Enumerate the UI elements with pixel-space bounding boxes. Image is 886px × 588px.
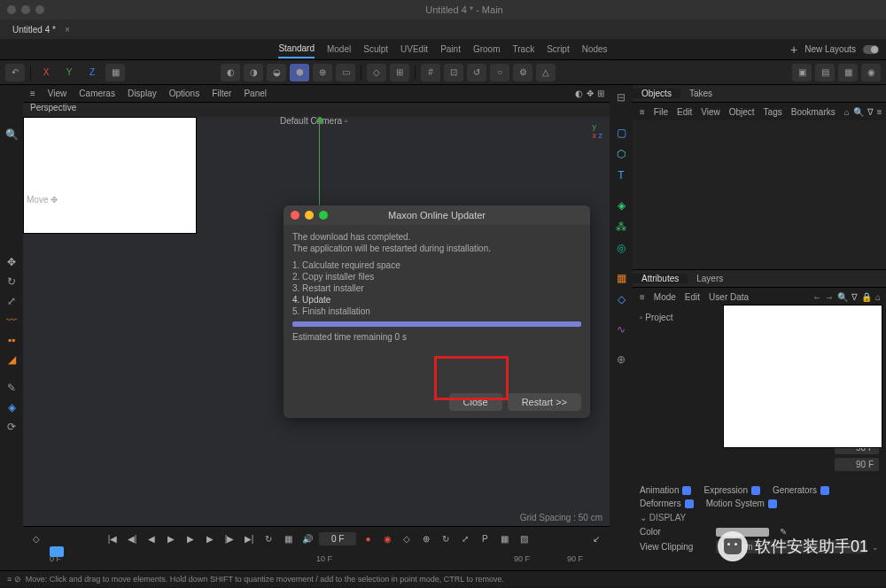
traffic-max[interactable] — [35, 5, 44, 14]
check-generators[interactable] — [820, 486, 829, 495]
tl-collapse-icon[interactable]: ↙ — [588, 530, 604, 546]
volume-icon[interactable]: ∿ — [612, 321, 630, 338]
timeline-ruler[interactable]: 0 F 10 F 90 F 90 F — [23, 550, 610, 568]
field-icon[interactable]: ◎ — [612, 239, 630, 257]
view-menu-view[interactable]: View — [48, 89, 67, 98]
tag-icon[interactable]: ◇ — [612, 290, 630, 308]
tl-play-icon[interactable]: ▶ — [183, 530, 198, 546]
tool-grid-icon[interactable]: # — [421, 64, 440, 81]
objects-object[interactable]: Object — [729, 107, 755, 117]
view-nav-icon[interactable]: ◐ — [575, 89, 583, 98]
tool-icon[interactable]: ⟳ — [3, 418, 20, 436]
tool-icon[interactable]: ◇ — [367, 64, 386, 81]
check-deformers[interactable] — [685, 499, 694, 508]
tl-key-icon[interactable]: ◇ — [399, 530, 415, 546]
tl-icon[interactable]: ▦ — [496, 530, 512, 546]
tab-layers[interactable]: Layers — [688, 274, 732, 283]
tool-icon[interactable]: ◒ — [267, 64, 286, 81]
layout-paint[interactable]: Paint — [440, 44, 461, 54]
spline-tool-icon[interactable]: 〰 — [3, 312, 20, 329]
tool-icon[interactable]: ⊕ — [313, 64, 332, 81]
search-icon[interactable]: 🔍 — [853, 107, 864, 117]
tool-icon[interactable]: ▭ — [336, 64, 355, 81]
lock-icon[interactable]: 🔒 — [861, 292, 872, 302]
restart-button[interactable]: Restart >> — [508, 393, 581, 411]
render-icon[interactable]: ▣ — [792, 64, 812, 81]
axis-gizmo[interactable]: y x z — [592, 122, 602, 140]
deformer-icon[interactable]: ▦ — [612, 269, 630, 287]
parametric-icon[interactable]: ⬡ — [612, 145, 630, 163]
check-motion-system[interactable] — [768, 499, 777, 508]
view-menu-cameras[interactable]: Cameras — [79, 89, 115, 98]
tool-icon[interactable]: ◐ — [221, 64, 240, 81]
asset-browser-icon[interactable]: ⊕ — [612, 351, 630, 368]
traffic-close[interactable] — [7, 5, 16, 14]
attr-mode[interactable]: Mode — [654, 292, 676, 302]
objects-edit[interactable]: Edit — [677, 107, 692, 117]
home-icon[interactable]: ⌂ — [875, 292, 881, 302]
tl-rot-icon[interactable]: ↻ — [438, 530, 454, 546]
tool-gear-icon[interactable]: ⚙ — [513, 64, 532, 81]
objects-file[interactable]: File — [654, 107, 668, 117]
sculpt-tool-icon[interactable]: ◢ — [3, 351, 20, 368]
tab-attributes[interactable]: Attributes — [633, 274, 688, 283]
render-picture-icon[interactable]: ▦ — [838, 64, 858, 81]
render-viewer-icon[interactable]: ◉ — [861, 64, 881, 81]
tool-icon[interactable]: ↺ — [467, 64, 486, 81]
cube-primitive-icon[interactable]: ▢ — [612, 124, 630, 142]
layout-uvedit[interactable]: UVEdit — [400, 44, 428, 54]
hamburger-icon[interactable]: ≡ — [30, 89, 35, 98]
scale-tool-icon[interactable]: ⤢ — [3, 292, 20, 310]
filter-icon[interactable]: ∇ — [851, 292, 858, 302]
text-icon[interactable]: T — [612, 166, 630, 184]
back-icon[interactable]: ← — [812, 292, 821, 302]
tl-sound-icon[interactable]: 🔊 — [299, 530, 315, 546]
rotate-tool-icon[interactable]: ↻ — [3, 273, 20, 290]
paint-tool-icon[interactable]: ✎ — [3, 379, 20, 397]
cloner-icon[interactable]: ⁂ — [612, 218, 630, 236]
view-nav-icon[interactable]: ✥ — [587, 89, 594, 98]
layout-groom[interactable]: Groom — [473, 44, 501, 54]
view-menu-panel[interactable]: Panel — [244, 89, 267, 98]
view-menu-options[interactable]: Options — [169, 89, 199, 98]
doc-tab-untitled[interactable]: Untitled 4 * — [12, 25, 65, 35]
tl-pos-icon[interactable]: ⊕ — [418, 530, 434, 546]
traffic-min[interactable] — [21, 5, 30, 14]
tl-icon[interactable]: ◇ — [28, 530, 44, 546]
view-nav-icon[interactable]: ⊞ — [597, 89, 604, 98]
tool-icon[interactable]: ○ — [490, 64, 509, 81]
tl-record-icon[interactable]: ● — [360, 530, 376, 546]
tl-loop-icon[interactable]: ↻ — [260, 530, 276, 546]
new-layouts-label[interactable]: New Layouts — [804, 44, 856, 54]
tl-param-icon[interactable]: P — [477, 530, 493, 546]
home-icon[interactable]: ⌂ — [844, 107, 850, 117]
tl-next-frame-icon[interactable]: ▶ — [202, 530, 218, 546]
val-90f2[interactable]: 90 F — [835, 458, 879, 471]
tool-icon[interactable]: ◑ — [244, 64, 263, 81]
layout-standard[interactable]: Standard — [278, 43, 315, 58]
tool-icon[interactable]: △ — [536, 64, 556, 81]
menu-icon[interactable]: ≡ — [877, 107, 882, 117]
tl-goto-end-icon[interactable]: ▶| — [241, 530, 257, 546]
forward-icon[interactable]: → — [825, 292, 834, 302]
tl-play-back-icon[interactable]: ▶ — [163, 530, 179, 546]
tool-icon[interactable]: ◈ — [3, 398, 20, 416]
tool-icon[interactable]: ⊡ — [444, 64, 463, 81]
tool-snap-icon[interactable]: ⊞ — [390, 64, 409, 81]
attr-edit[interactable]: Edit — [685, 292, 700, 302]
search-icon[interactable]: 🔍 — [837, 292, 848, 302]
move-tool-icon[interactable]: ✥ — [3, 253, 20, 271]
view-menu-display[interactable]: Display — [128, 89, 157, 98]
objects-tags[interactable]: Tags — [764, 107, 782, 117]
objects-view[interactable]: View — [701, 107, 720, 117]
doc-tab-close-icon[interactable]: × — [65, 25, 70, 35]
tl-prev-key-icon[interactable]: ◀| — [124, 530, 140, 546]
layout-toggle[interactable] — [863, 45, 879, 54]
playhead[interactable] — [50, 546, 64, 557]
objects-bookmarks[interactable]: Bookmarks — [791, 107, 835, 117]
tool-world-icon[interactable]: ▦ — [105, 64, 125, 81]
layout-nodes[interactable]: Nodes — [582, 44, 608, 54]
axis-x-button[interactable]: X — [36, 64, 56, 81]
axis-z-button[interactable]: Z — [82, 64, 102, 81]
layout-track[interactable]: Track — [513, 44, 535, 54]
